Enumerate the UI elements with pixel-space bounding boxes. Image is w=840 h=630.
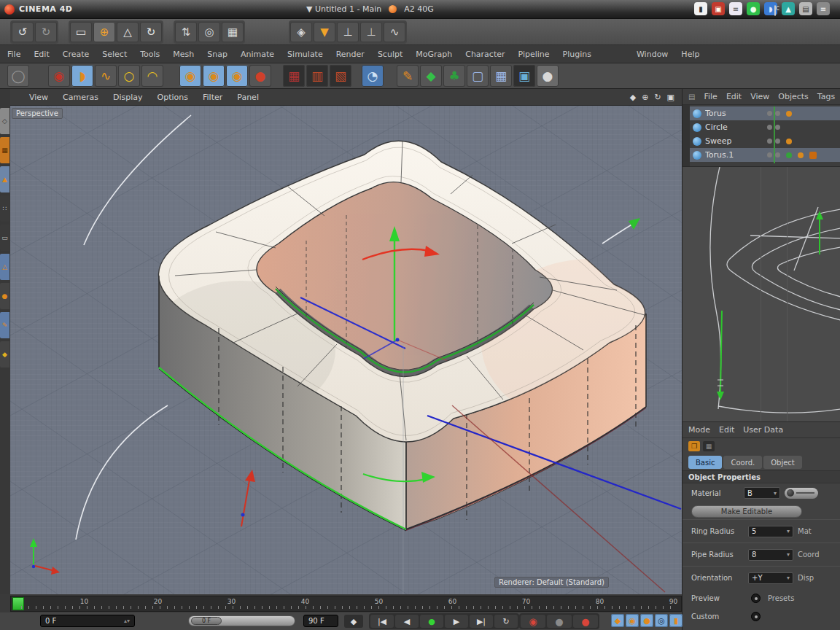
object-tag[interactable] bbox=[798, 125, 804, 131]
end-frame-field[interactable]: 90 F bbox=[303, 615, 338, 627]
menu-item[interactable]: Animate bbox=[241, 50, 274, 59]
viewport-menu-item[interactable]: Cameras bbox=[63, 93, 98, 102]
edges-mode-icon[interactable]: ▭ bbox=[0, 225, 9, 251]
object-tag[interactable] bbox=[786, 125, 792, 131]
menu-item[interactable]: Help bbox=[681, 50, 699, 59]
om-menu-item[interactable]: Edit bbox=[726, 92, 742, 101]
locked-workplane-icon[interactable]: ⊥ bbox=[360, 22, 382, 42]
object-row[interactable]: Torus bbox=[690, 106, 840, 120]
solo-mode-icon[interactable]: ✎ bbox=[0, 312, 9, 338]
capsule-icon[interactable]: ▢ bbox=[467, 65, 489, 87]
spline-arch-icon[interactable]: ◠ bbox=[141, 65, 163, 87]
render-active-view-icon[interactable]: ◉ bbox=[179, 65, 201, 87]
menu-item[interactable]: Sculpt bbox=[378, 50, 402, 59]
viewport-menu-item[interactable]: Display bbox=[113, 93, 143, 102]
viewport-menu-item[interactable]: Options bbox=[158, 93, 188, 102]
attr-menu-item[interactable]: Edit bbox=[719, 425, 734, 435]
menu-item[interactable]: Simulate bbox=[287, 50, 323, 59]
chat-app-icon[interactable]: ● bbox=[747, 2, 760, 15]
live-select-icon[interactable]: ▭ bbox=[70, 22, 92, 42]
torus-object[interactable] bbox=[146, 141, 682, 531]
material-preview-button[interactable] bbox=[785, 488, 818, 499]
cage-deformer-icon[interactable]: ▦ bbox=[490, 65, 512, 87]
object-tag[interactable] bbox=[786, 152, 792, 158]
undo-icon[interactable]: ↺ bbox=[12, 22, 34, 42]
texture-mode-icon[interactable]: ▦ bbox=[0, 137, 9, 163]
autokey-button[interactable]: ◆ bbox=[611, 614, 624, 627]
range-slider-thumb[interactable]: 0 F bbox=[191, 617, 222, 625]
model-mode-icon[interactable]: ◇ bbox=[0, 108, 9, 134]
attr-tab[interactable]: Coord. bbox=[723, 456, 762, 469]
list-icon[interactable]: ≡ bbox=[817, 2, 830, 15]
record-key-button[interactable]: ◉ bbox=[521, 615, 545, 628]
object-name[interactable]: Sweep bbox=[705, 136, 762, 146]
spline-circle-icon[interactable]: ○ bbox=[118, 65, 140, 87]
clock-icon[interactable]: ◔ bbox=[362, 65, 384, 87]
menu-item[interactable]: MoGraph bbox=[416, 50, 452, 59]
object-row[interactable]: Sweep bbox=[690, 134, 840, 148]
object-name[interactable]: Circle bbox=[705, 122, 762, 132]
timeline-ruler[interactable]: 102030405060708090 bbox=[10, 596, 682, 612]
attribute-select[interactable]: 5▾ bbox=[748, 526, 793, 537]
spline-tangent-arrow[interactable] bbox=[629, 218, 640, 230]
om-menu-item[interactable]: Tags bbox=[817, 92, 835, 101]
attr-menu-item[interactable]: User Data bbox=[743, 425, 783, 435]
camera-icon[interactable]: ▣ bbox=[513, 65, 535, 87]
current-frame-field[interactable]: 0 F▴▾ bbox=[40, 615, 135, 627]
printer-icon[interactable]: ▤ bbox=[799, 2, 812, 15]
loop-button[interactable]: ↻ bbox=[494, 615, 518, 628]
vp-pan-icon[interactable]: ◆ bbox=[630, 93, 636, 102]
axis-lock-icon[interactable]: ⇅ bbox=[175, 22, 197, 42]
viewport-menu-item[interactable]: View bbox=[29, 93, 48, 102]
object-tag[interactable] bbox=[786, 111, 792, 117]
attribute-select[interactable]: +Y▾ bbox=[748, 572, 793, 584]
object-row[interactable]: Circle bbox=[690, 120, 840, 134]
sphere-light-icon[interactable]: ● bbox=[537, 65, 559, 87]
vp-toggle-icon[interactable]: ▣ bbox=[667, 93, 674, 102]
object-tag[interactable] bbox=[786, 139, 792, 144]
texture-tag[interactable] bbox=[809, 138, 817, 145]
media-app-icon[interactable]: ▣ bbox=[712, 2, 725, 15]
om-menu-item[interactable]: Objects bbox=[778, 92, 809, 101]
texture-tag[interactable] bbox=[809, 110, 817, 117]
wireframe-panel[interactable] bbox=[682, 166, 840, 421]
menu-item[interactable]: Pipeline bbox=[518, 50, 550, 59]
machine-b-icon[interactable]: ▥ bbox=[306, 65, 328, 87]
notes-app-icon[interactable]: ≡ bbox=[729, 2, 742, 15]
filter-icon[interactable]: ▼ bbox=[314, 22, 335, 42]
rotate-tool-icon[interactable]: ↻ bbox=[140, 22, 162, 42]
make-editable-button[interactable]: Make Editable bbox=[691, 505, 802, 518]
polygons-mode-icon[interactable]: △ bbox=[0, 254, 9, 280]
machine-a-icon[interactable]: ▦ bbox=[283, 65, 305, 87]
texture-tag[interactable] bbox=[809, 152, 817, 159]
workplane-mode-icon[interactable]: ▲ bbox=[0, 166, 9, 192]
menu-item[interactable]: Create bbox=[63, 50, 90, 59]
play-button[interactable]: ● bbox=[420, 615, 443, 628]
coord-system-icon[interactable]: ◎ bbox=[198, 22, 220, 42]
record-options-button[interactable]: ◆ bbox=[344, 615, 363, 628]
timeline-range-slider[interactable]: 0 F bbox=[188, 615, 295, 626]
machine-c-icon[interactable]: ▧ bbox=[330, 65, 351, 87]
menu-item[interactable]: Select bbox=[102, 50, 127, 59]
viewport-menu-item[interactable]: Filter bbox=[203, 93, 222, 102]
texture-tag[interactable] bbox=[809, 124, 817, 131]
pen-tool-icon[interactable]: ✎ bbox=[397, 65, 419, 87]
keyframe-mode-button[interactable]: ▮ bbox=[669, 614, 682, 627]
menu-item[interactable]: Window bbox=[637, 50, 668, 59]
keyframe-selection-button[interactable]: ◉ bbox=[626, 614, 639, 627]
attribute-select[interactable]: 8▾ bbox=[748, 549, 793, 561]
red-axis-handle[interactable] bbox=[245, 470, 255, 482]
render-region-icon[interactable]: ◉ bbox=[226, 65, 248, 87]
key-scale-button[interactable]: ◎ bbox=[655, 614, 668, 627]
menu-item[interactable]: Mesh bbox=[173, 50, 194, 59]
material-zigzag-icon[interactable]: ∿ bbox=[95, 65, 117, 87]
spline-smooth-icon[interactable]: ∿ bbox=[384, 22, 405, 42]
viewport-canvas[interactable]: Perspective Renderer: Default (Standard) bbox=[10, 106, 682, 594]
material-select[interactable]: B▾ bbox=[744, 487, 780, 499]
enable-axis-icon[interactable]: ● bbox=[0, 283, 9, 309]
om-menu-item[interactable]: View bbox=[750, 92, 769, 101]
landscape-icon[interactable]: ◆ bbox=[420, 65, 442, 87]
menu-item[interactable]: Snap bbox=[207, 50, 228, 59]
menu-item[interactable]: Tools bbox=[140, 50, 160, 59]
key-position-button[interactable]: ● bbox=[640, 614, 653, 627]
